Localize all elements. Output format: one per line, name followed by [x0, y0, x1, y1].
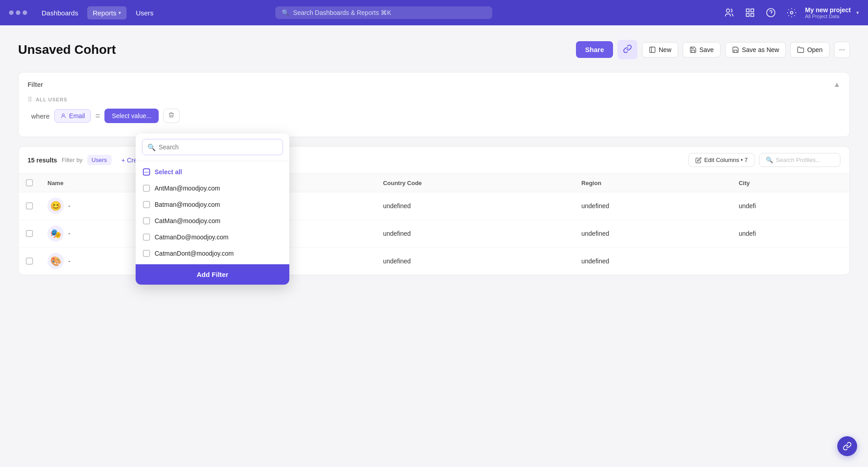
col-country: Country Code [376, 174, 574, 192]
topnav: Dashboards Reports ▾ Users 🔍 Search Dash… [0, 0, 868, 25]
checkbox-batman[interactable] [143, 201, 150, 208]
svg-rect-4 [751, 14, 754, 16]
nav-search-text: Search Dashboards & Reports ⌘K [293, 9, 391, 16]
results-count: 15 results [28, 157, 57, 164]
filter-header: Filter ▲ [28, 81, 840, 89]
dropdown-search-input[interactable] [142, 139, 283, 155]
page-content: Unsaved Cohort Share New Save Save as Ne… [0, 25, 868, 290]
row-checkbox-2[interactable] [26, 230, 33, 237]
select-all-header[interactable] [19, 174, 40, 192]
nav-icon-settings[interactable] [784, 5, 799, 20]
toolbar: Share New Save Save as New Op [576, 40, 850, 59]
svg-point-7 [790, 11, 793, 14]
filter-section: ⠿ ALL USERS where Email = Select value..… [28, 96, 840, 123]
col-city: City [731, 174, 849, 192]
users-filter-tag[interactable]: Users [87, 155, 112, 165]
nav-link-reports[interactable]: Reports ▾ [87, 6, 127, 19]
nav-dots [9, 10, 27, 15]
project-sub: All Project Data [805, 14, 840, 19]
svg-point-10 [62, 114, 65, 116]
project-chevron-icon: ▾ [856, 10, 859, 16]
delete-filter-button[interactable] [163, 109, 179, 123]
row-checkbox-3[interactable] [26, 257, 33, 265]
col-region: Region [574, 174, 731, 192]
filter-panel: Filter ▲ ⠿ ALL USERS where Email = Selec… [18, 72, 850, 137]
svg-rect-1 [746, 9, 749, 12]
search-profiles-icon: 🔍 [766, 157, 773, 163]
checkbox-antman[interactable] [143, 185, 150, 192]
avatar-1: 😊 [47, 198, 64, 214]
nav-icon-help[interactable] [764, 5, 778, 20]
checkbox-catmando[interactable] [143, 234, 150, 241]
add-filter-button[interactable]: Add Filter [136, 264, 289, 285]
dropdown-item-antman[interactable]: AntMan@moodjoy.com [136, 180, 289, 196]
checkbox-catmandont[interactable] [143, 250, 150, 257]
dropdown-search-wrap: 🔍 [136, 133, 289, 161]
checkbox-catman[interactable] [143, 217, 150, 224]
header-checkbox[interactable] [26, 179, 33, 186]
dropdown-item-batman[interactable]: Batman@moodjoy.com [136, 196, 289, 213]
dropdown-overlay: 🔍 Select all AntMan@moodjoy.com Batman@m… [136, 133, 289, 285]
filter-collapse-icon[interactable]: ▲ [833, 81, 840, 89]
nav-dot-2 [16, 10, 20, 15]
dropdown-select-all[interactable]: Select all [136, 164, 289, 180]
svg-point-0 [726, 9, 729, 12]
avatar-2: 🎭 [47, 225, 64, 242]
avatar-3: 🎨 [47, 253, 64, 269]
search-profiles-input[interactable]: 🔍 Search Profiles... [759, 153, 840, 167]
nav-icon-grid[interactable] [743, 5, 757, 20]
nav-search[interactable]: 🔍 Search Dashboards & Reports ⌘K [275, 6, 492, 19]
select-value-button[interactable]: Select value... [104, 109, 159, 123]
new-button[interactable]: New [642, 42, 678, 57]
svg-rect-8 [650, 47, 655, 52]
dropdown-item-catman[interactable]: CatMan@moodjoy.com [136, 213, 289, 229]
nav-right: My new project All Project Data ▾ [722, 5, 859, 20]
dropdown-search-icon: 🔍 [147, 143, 156, 152]
link-icon-button[interactable] [618, 40, 637, 59]
open-button[interactable]: Open [790, 42, 829, 57]
dropdown-list: Select all AntMan@moodjoy.com Batman@moo… [136, 161, 289, 264]
project-info: My new project All Project Data [805, 6, 851, 19]
nav-search-icon: 🔍 [282, 9, 289, 16]
filter-equals-label: = [95, 111, 100, 121]
row-checkbox-1[interactable] [26, 202, 33, 210]
svg-rect-3 [746, 14, 749, 16]
project-name: My new project [805, 6, 851, 14]
select-all-checkbox[interactable] [143, 168, 150, 176]
edit-columns-button[interactable]: Edit Columns • 7 [689, 153, 755, 167]
filter-label: Filter [28, 81, 43, 88]
filter-by-label: Filter by [61, 157, 82, 163]
filter-where-label: where [31, 112, 50, 120]
nav-icon-people[interactable] [722, 5, 736, 20]
page-header: Unsaved Cohort Share New Save Save as Ne… [18, 40, 850, 59]
dropdown-item-catmandont[interactable]: CatmanDont@moodjoy.com [136, 245, 289, 262]
dropdown-item-catmando[interactable]: CatmanDo@moodjoy.com [136, 229, 289, 245]
filter-section-label: ALL USERS [36, 97, 67, 102]
drag-icon: ⠿ [28, 96, 32, 103]
save-button[interactable]: Save [683, 42, 721, 57]
save-as-new-button[interactable]: Save as New [725, 42, 786, 57]
nav-link-dashboards[interactable]: Dashboards [36, 6, 84, 19]
more-button[interactable]: ··· [834, 42, 850, 58]
nav-dot-1 [9, 10, 14, 15]
nav-dot-3 [23, 10, 27, 15]
project-selector[interactable]: My new project All Project Data ▾ [805, 6, 859, 19]
svg-rect-2 [751, 9, 754, 12]
share-button[interactable]: Share [576, 41, 613, 58]
nav-link-users[interactable]: Users [130, 6, 159, 19]
page-title: Unsaved Cohort [18, 43, 576, 57]
filter-email-chip[interactable]: Email [54, 109, 91, 123]
filter-row: where Email = Select value... [28, 109, 840, 123]
